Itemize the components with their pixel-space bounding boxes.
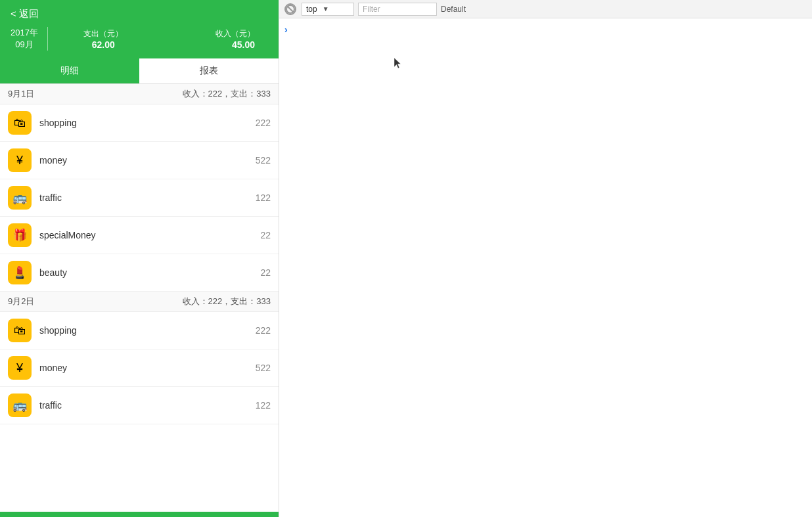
transaction-label: beauty	[39, 267, 260, 278]
left-panel: < 返回 2017年 09月 支出（元） 62.00 收入（元） 45.00 明…	[0, 0, 279, 517]
date-label-2: 9月2日	[8, 296, 34, 307]
bottom-bar	[0, 512, 279, 517]
year-label: 2017年	[11, 27, 38, 39]
transaction-label: money	[39, 363, 256, 373]
cursor-indicator	[394, 58, 402, 70]
list-item[interactable]: 💄 beauty 22	[0, 254, 279, 292]
transaction-amount: 222	[256, 325, 271, 336]
list-item[interactable]: 🛍 shopping 222	[0, 104, 279, 142]
expense-label: 支出（元）	[83, 28, 123, 39]
transaction-amount: 122	[256, 192, 271, 203]
date-group-header-2: 9月2日 收入：222，支出：333	[0, 292, 279, 312]
income-stat: 收入（元） 45.00	[162, 28, 255, 50]
expand-arrow[interactable]: ›	[284, 24, 288, 35]
filter-input[interactable]: Filter	[358, 3, 437, 16]
date-summary-2: 收入：222，支出：333	[183, 296, 271, 307]
date-label-1: 9月1日	[8, 88, 34, 100]
list-item[interactable]: ¥ money 522	[0, 349, 279, 387]
frame-selector[interactable]: top ▼	[302, 3, 354, 16]
devtools-content: ›	[279, 18, 812, 517]
transaction-amount: 22	[260, 267, 271, 278]
back-button[interactable]: < 返回	[11, 8, 39, 20]
income-value: 45.00	[232, 39, 255, 50]
devtools-toolbar: top ▼ Filter Default	[279, 0, 812, 18]
shopping-icon-2: 🛍	[8, 319, 32, 342]
transaction-amount: 122	[256, 400, 271, 411]
list-item[interactable]: 🛍 shopping 222	[0, 312, 279, 349]
devtools-panel: top ▼ Filter Default ›	[279, 0, 812, 517]
list-item[interactable]: 🚌 traffic 122	[0, 179, 279, 217]
tab-bar: 明细 报表	[0, 58, 279, 84]
block-icon[interactable]	[284, 3, 296, 15]
date-summary-1: 收入：222，支出：333	[183, 88, 271, 100]
shopping-icon-1: 🛍	[8, 111, 32, 135]
money-icon-2: ¥	[8, 356, 32, 380]
date-group-header-1: 9月1日 收入：222，支出：333	[0, 84, 279, 104]
transaction-amount: 22	[260, 230, 271, 240]
traffic-icon-2: 🚌	[8, 393, 32, 417]
specialmoney-icon-1: 🎁	[8, 223, 32, 247]
month-label: 09月	[15, 39, 33, 51]
transaction-label: shopping	[39, 325, 256, 336]
transaction-label: money	[39, 155, 256, 166]
transaction-amount: 522	[256, 155, 271, 166]
header-stats: 2017年 09月 支出（元） 62.00 收入（元） 45.00	[11, 27, 268, 51]
transaction-label: shopping	[39, 118, 256, 128]
chevron-down-icon: ▼	[323, 5, 329, 12]
beauty-icon-1: 💄	[8, 261, 32, 284]
transaction-label: traffic	[39, 192, 256, 203]
tab-report[interactable]: 报表	[139, 58, 279, 83]
list-item[interactable]: 🎁 specialMoney 22	[0, 217, 279, 254]
money-icon-1: ¥	[8, 148, 32, 172]
transaction-amount: 522	[256, 363, 271, 373]
list-item[interactable]: ¥ money 522	[0, 142, 279, 179]
tab-detail[interactable]: 明细	[0, 58, 139, 83]
frame-selector-label: top	[306, 5, 317, 14]
transaction-label: traffic	[39, 400, 256, 411]
transaction-amount: 222	[256, 118, 271, 128]
expense-value: 62.00	[92, 39, 115, 50]
default-label: Default	[441, 5, 466, 14]
transaction-list: 9月1日 收入：222，支出：333 🛍 shopping 222 ¥ mone…	[0, 84, 279, 512]
traffic-icon-1: 🚌	[8, 186, 32, 210]
svg-line-1	[288, 6, 294, 12]
app-header: < 返回 2017年 09月 支出（元） 62.00 收入（元） 45.00	[0, 0, 279, 58]
year-month: 2017年 09月	[11, 27, 48, 51]
transaction-label: specialMoney	[39, 230, 260, 240]
income-label: 收入（元）	[215, 28, 255, 39]
expense-stat: 支出（元） 62.00	[57, 28, 150, 50]
list-item[interactable]: 🚌 traffic 122	[0, 387, 279, 424]
